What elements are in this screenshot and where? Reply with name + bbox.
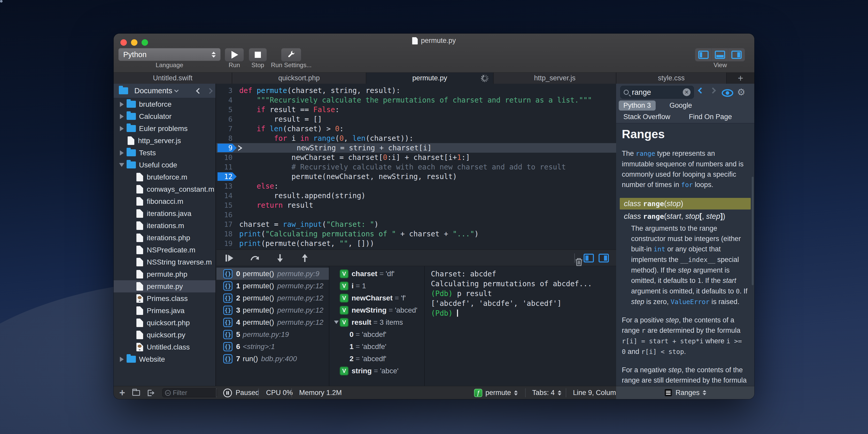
- tree-item-bruteforce.m[interactable]: bruteforce.m: [114, 171, 215, 183]
- tree-item-conways_constant.m[interactable]: conways_constant.m: [114, 183, 215, 195]
- tree-item-iterations.php[interactable]: iterations.php: [114, 232, 215, 244]
- doc-panel-selector[interactable]: Ranges: [616, 386, 754, 399]
- tree-item-http_server.js[interactable]: http_server.js: [114, 134, 215, 147]
- variable-0[interactable]: 0='abcdef': [330, 328, 424, 340]
- code-line-18[interactable]: 18print("Calculating permutations of " +…: [216, 229, 616, 239]
- code-line-14[interactable]: 14 result.append(string): [216, 191, 616, 200]
- forward-icon[interactable]: [207, 88, 213, 94]
- code-line-19[interactable]: 19print(permute(charset, "", [])): [216, 239, 616, 248]
- step-out-icon[interactable]: [300, 253, 310, 263]
- code-line-16[interactable]: 16: [216, 210, 616, 220]
- clear-console-icon[interactable]: [574, 256, 584, 267]
- doc-source-Python 3[interactable]: Python 3: [619, 100, 656, 111]
- tree-item-fibonacci.m[interactable]: fibonacci.m: [114, 195, 215, 208]
- tab-style.css[interactable]: style.css: [616, 72, 727, 84]
- code-line-11[interactable]: 11 # Recursively calculate with each new…: [216, 162, 616, 172]
- variable-result[interactable]: Vresult=3 items: [330, 316, 424, 328]
- variable-string[interactable]: Vstring='abce': [330, 365, 424, 377]
- toggle-bottom-panel-button[interactable]: [712, 48, 728, 61]
- code-line-3[interactable]: 3def permute(charset, string, result):: [216, 86, 616, 95]
- step-into-icon[interactable]: [275, 253, 285, 263]
- tree-item-NSString traverse.m[interactable]: NSString traverse.m: [114, 256, 215, 268]
- scrollbar[interactable]: [752, 177, 753, 285]
- eye-icon[interactable]: [721, 89, 734, 97]
- toggle-console-panel-button[interactable]: [598, 254, 609, 262]
- function-selector[interactable]: ƒ permute: [474, 386, 518, 399]
- tree-item-quicksort.py[interactable]: quicksort.py: [114, 329, 215, 341]
- language-dropdown[interactable]: Python: [118, 48, 221, 61]
- reveal-in-finder-icon[interactable]: [147, 386, 155, 399]
- variable-newString[interactable]: VnewString='abced': [330, 304, 424, 316]
- tree-item-Primes.java[interactable]: Primes.java: [114, 305, 215, 317]
- tree-item-permute.php[interactable]: permute.php: [114, 268, 215, 280]
- code-line-17[interactable]: 17charset = raw_input("Charset: "): [216, 220, 616, 229]
- code-line-6[interactable]: 6 result = []: [216, 115, 616, 124]
- breakpoint-badge[interactable]: 12: [216, 172, 237, 181]
- filter-input[interactable]: Filter: [162, 388, 217, 397]
- stack-frame-3[interactable]: {}3permute()permute.py:12: [216, 304, 329, 316]
- disclosure-right-icon[interactable]: [117, 102, 127, 107]
- tree-item-Tests[interactable]: Tests: [114, 147, 215, 159]
- disclosure-down-icon[interactable]: [333, 320, 340, 324]
- file-tree-header[interactable]: Documents: [114, 84, 215, 98]
- toggle-right-panel-button[interactable]: [728, 48, 745, 61]
- toggle-frames-panel-button[interactable]: [584, 254, 594, 262]
- code-line-13[interactable]: 13 else:: [216, 181, 616, 191]
- code-line-9[interactable]: 9 newString = string + charset[i]: [216, 143, 616, 153]
- step-over-icon[interactable]: [250, 253, 260, 263]
- doc-search-field[interactable]: range ✕: [620, 86, 694, 99]
- breakpoint-badge[interactable]: 9: [216, 143, 237, 153]
- tab-Untitled.swift[interactable]: Untitled.swift: [114, 72, 232, 84]
- run-settings-button[interactable]: [281, 48, 301, 61]
- disclosure-right-icon[interactable]: [117, 357, 127, 362]
- doc-source-Stack Overflow[interactable]: Stack Overflow: [619, 112, 675, 122]
- stack-frame-6[interactable]: {}6<string>:1: [216, 340, 329, 352]
- stack-frame-5[interactable]: {}5permute.py:19: [216, 328, 329, 340]
- new-folder-icon[interactable]: [132, 386, 140, 399]
- tree-item-quicksort.php[interactable]: quicksort.php: [114, 317, 215, 329]
- tree-item-NSPredicate.m[interactable]: NSPredicate.m: [114, 244, 215, 256]
- add-tab-button[interactable]: +: [727, 72, 754, 84]
- tree-item-Calculator[interactable]: Calculator: [114, 110, 215, 122]
- code-line-10[interactable]: 10 newCharset = charset[0:i] + charset[i…: [216, 153, 616, 162]
- disclosure-right-icon[interactable]: [117, 126, 127, 131]
- tree-item-iterations.java[interactable]: iterations.java: [114, 208, 215, 220]
- doc-back-icon[interactable]: [698, 87, 704, 94]
- toggle-left-panel-button[interactable]: [695, 48, 712, 61]
- stack-frame-2[interactable]: {}2permute()permute.py:12: [216, 292, 329, 304]
- code-line-5[interactable]: 5 if result == False:: [216, 105, 616, 115]
- run-button[interactable]: [225, 48, 244, 61]
- tree-item-iterations.m[interactable]: iterations.m: [114, 220, 215, 232]
- code-line-8[interactable]: 8 for i in range(0, len(charset)):: [216, 133, 616, 143]
- tree-item-Useful code[interactable]: Useful code: [114, 159, 215, 171]
- doc-source-Find On Page[interactable]: Find On Page: [684, 112, 737, 122]
- tree-item-bruteforce[interactable]: bruteforce: [114, 98, 215, 110]
- disclosure-right-icon[interactable]: [117, 150, 127, 156]
- tab-permute.py[interactable]: permute.py: [366, 72, 494, 84]
- stack-frame-0[interactable]: {}0permute()permute.py:9: [216, 268, 329, 280]
- code-line-12[interactable]: 12 permute(newCharset, newString, result…: [216, 172, 616, 181]
- add-file-icon[interactable]: +: [119, 386, 125, 399]
- tree-item-permute.py[interactable]: permute.py: [114, 280, 215, 292]
- code-line-4[interactable]: 4 """Recursively calculate the permutati…: [216, 95, 616, 105]
- back-icon[interactable]: [196, 88, 202, 94]
- code-line-15[interactable]: 15 return result: [216, 200, 616, 210]
- stack-frame-1[interactable]: {}1permute()permute.py:12: [216, 280, 329, 292]
- code-line-7[interactable]: 7 if len(charset) > 0:: [216, 124, 616, 133]
- tab-quicksort.php[interactable]: quicksort.php: [232, 72, 366, 84]
- doc-forward-icon[interactable]: [710, 87, 716, 94]
- variable-newCharset[interactable]: VnewCharset='f': [330, 292, 424, 304]
- tree-item-Primes.class[interactable]: Primes.class: [114, 292, 215, 305]
- clear-search-icon[interactable]: ✕: [683, 88, 690, 96]
- tree-item-Euler problems[interactable]: Euler problems: [114, 122, 215, 134]
- doc-source-Google[interactable]: Google: [665, 100, 697, 111]
- variable-1[interactable]: 1='abcdfe': [330, 340, 424, 352]
- tab-http_server.js[interactable]: http_server.js: [494, 72, 616, 84]
- stop-button[interactable]: [249, 48, 267, 61]
- continue-icon[interactable]: [224, 253, 235, 263]
- variable-2[interactable]: 2='abcedf': [330, 352, 424, 365]
- disclosure-down-icon[interactable]: [117, 163, 127, 167]
- disclosure-right-icon[interactable]: [117, 114, 127, 119]
- tree-item-Website[interactable]: Website: [114, 353, 215, 365]
- variable-i[interactable]: Vi=1: [330, 280, 424, 292]
